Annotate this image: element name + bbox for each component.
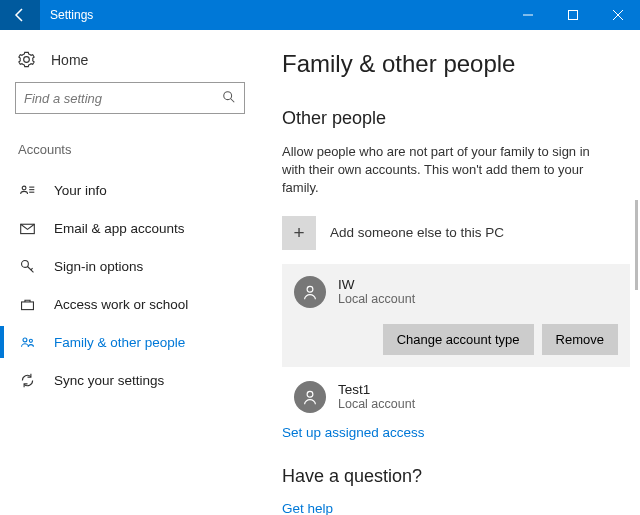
sidebar-item-signin[interactable]: Sign-in options — [0, 247, 260, 285]
back-button[interactable] — [0, 0, 40, 30]
nav-label: Sign-in options — [54, 259, 143, 274]
sidebar-item-family[interactable]: Family & other people — [0, 323, 260, 361]
close-icon — [613, 10, 623, 20]
minimize-icon — [523, 10, 533, 20]
search-input[interactable] — [24, 91, 222, 106]
window-title: Settings — [40, 8, 505, 22]
svg-point-17 — [307, 286, 313, 292]
gear-icon — [18, 51, 35, 68]
main-panel: Family & other people Other people Allow… — [260, 30, 640, 515]
key-icon — [18, 257, 36, 275]
assigned-access-link[interactable]: Set up assigned access — [282, 425, 425, 440]
user-card-selected[interactable]: IW Local account Change account type Rem… — [282, 264, 630, 367]
plus-icon: + — [282, 216, 316, 250]
user-type: Local account — [338, 292, 415, 306]
maximize-icon — [568, 10, 578, 20]
window-controls — [505, 0, 640, 30]
get-help-link[interactable]: Get help — [282, 501, 630, 515]
svg-point-15 — [22, 337, 26, 341]
svg-rect-14 — [21, 301, 33, 309]
arrow-left-icon — [12, 7, 28, 23]
section-other-people-desc: Allow people who are not part of your fa… — [282, 143, 612, 198]
nav-label: Access work or school — [54, 297, 188, 312]
home-link[interactable]: Home — [0, 45, 260, 82]
svg-point-18 — [307, 391, 313, 397]
svg-point-16 — [29, 339, 32, 342]
scrollbar[interactable] — [635, 200, 638, 290]
sidebar-item-your-info[interactable]: Your info — [0, 171, 260, 209]
user-row[interactable]: Test1 Local account — [282, 375, 630, 423]
section-other-people-heading: Other people — [282, 108, 630, 129]
user-name: Test1 — [338, 382, 415, 397]
sidebar-item-email[interactable]: Email & app accounts — [0, 209, 260, 247]
nav-label: Sync your settings — [54, 373, 164, 388]
search-box[interactable] — [15, 82, 245, 114]
question-heading: Have a question? — [282, 466, 630, 487]
mail-icon — [18, 219, 36, 237]
search-icon — [222, 90, 236, 107]
svg-point-6 — [22, 186, 26, 190]
people-icon — [18, 333, 36, 351]
nav-label: Family & other people — [54, 335, 185, 350]
maximize-button[interactable] — [550, 0, 595, 30]
svg-line-12 — [27, 266, 33, 272]
svg-point-4 — [224, 91, 232, 99]
minimize-button[interactable] — [505, 0, 550, 30]
sidebar-item-sync[interactable]: Sync your settings — [0, 361, 260, 399]
svg-line-13 — [30, 268, 32, 270]
remove-button[interactable]: Remove — [542, 324, 618, 355]
person-card-icon — [18, 181, 36, 199]
svg-rect-1 — [568, 11, 577, 20]
svg-line-5 — [231, 98, 235, 102]
avatar-icon — [294, 381, 326, 413]
home-label: Home — [51, 52, 88, 68]
add-someone-button[interactable]: + Add someone else to this PC — [282, 216, 630, 250]
avatar-icon — [294, 276, 326, 308]
page-title: Family & other people — [282, 50, 630, 78]
sidebar: Home Accounts Your info Email & app acco… — [0, 30, 260, 515]
nav-label: Your info — [54, 183, 107, 198]
group-label: Accounts — [0, 142, 260, 171]
change-account-type-button[interactable]: Change account type — [383, 324, 534, 355]
user-type: Local account — [338, 397, 415, 411]
nav-label: Email & app accounts — [54, 221, 185, 236]
user-name: IW — [338, 277, 415, 292]
add-someone-label: Add someone else to this PC — [330, 225, 504, 240]
briefcase-icon — [18, 295, 36, 313]
sync-icon — [18, 371, 36, 389]
titlebar: Settings — [0, 0, 640, 30]
close-button[interactable] — [595, 0, 640, 30]
sidebar-item-work[interactable]: Access work or school — [0, 285, 260, 323]
svg-point-11 — [21, 260, 28, 267]
